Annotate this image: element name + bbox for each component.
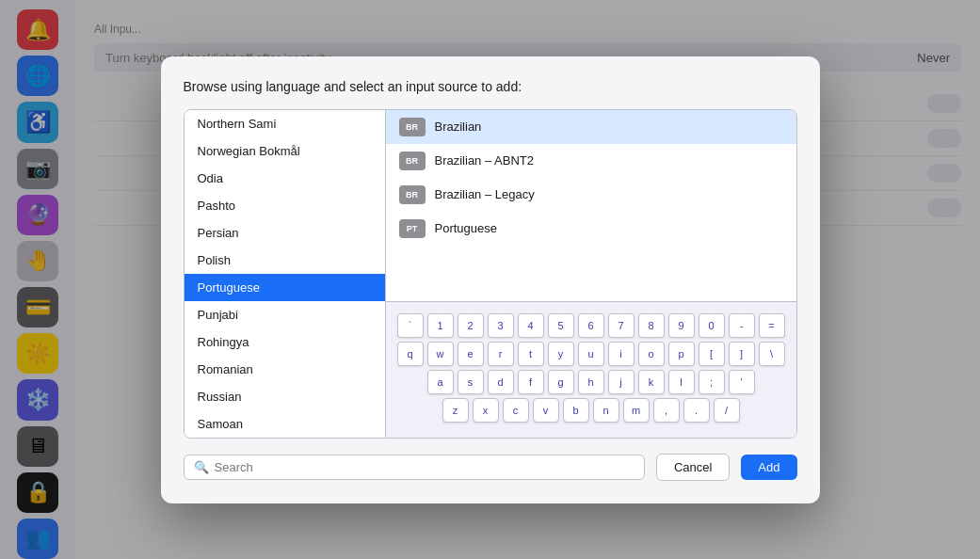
key-8[interactable]: 8 — [638, 313, 665, 338]
key-sym[interactable]: ; — [699, 370, 725, 394]
key-9[interactable]: 9 — [668, 313, 695, 338]
key-1[interactable]: 1 — [427, 313, 454, 338]
key-sym[interactable]: , — [653, 398, 680, 423]
source-label-brazilian-legacy: Brazilian – Legacy — [435, 187, 535, 201]
key-5[interactable]: 5 — [548, 313, 574, 338]
key-sym[interactable]: / — [714, 398, 740, 423]
keyboard-preview: `1234567890-=qwertyuiop[]\asdfghjkl;'zxc… — [386, 301, 796, 438]
key-0[interactable]: 0 — [699, 313, 725, 338]
language-item-northern-sami[interactable]: Northern Sami — [185, 110, 385, 137]
language-item-pashto[interactable]: Pashto — [185, 192, 385, 219]
key-q[interactable]: q — [397, 342, 424, 366]
key-f[interactable]: f — [518, 370, 544, 394]
key-a[interactable]: a — [427, 370, 454, 394]
key-r[interactable]: r — [488, 342, 514, 366]
key-k[interactable]: k — [638, 370, 665, 394]
key-c[interactable]: c — [503, 398, 529, 423]
keyboard-row: `1234567890-= — [397, 313, 785, 338]
language-item-samoan[interactable]: Samoan — [185, 410, 385, 438]
modal-overlay: Browse using language and select an inpu… — [0, 0, 980, 559]
source-badge-brazilian: BR — [399, 118, 426, 136]
language-item-odia[interactable]: Odia — [185, 165, 385, 192]
key-4[interactable]: 4 — [518, 313, 544, 338]
search-input[interactable] — [215, 460, 635, 474]
key-u[interactable]: u — [578, 342, 604, 366]
input-sources-list[interactable]: BRBrazilianBRBrazilian – ABNT2BRBrazilia… — [386, 110, 796, 301]
key-z[interactable]: z — [442, 398, 469, 423]
source-label-brazilian: Brazilian — [435, 120, 482, 134]
key-b[interactable]: b — [563, 398, 589, 423]
search-box[interactable]: 🔍 — [184, 455, 645, 480]
key-i[interactable]: i — [608, 342, 635, 366]
modal-footer: 🔍 Cancel Add — [184, 454, 797, 481]
source-item-brazilian-abnt2[interactable]: BRBrazilian – ABNT2 — [386, 144, 796, 178]
source-label-portuguese: Portuguese — [435, 221, 498, 235]
key-m[interactable]: m — [623, 398, 650, 423]
keyboard-row: zxcvbnm,./ — [397, 398, 785, 423]
language-list[interactable]: Northern SamiNorwegian BokmålOdiaPashtoP… — [185, 110, 386, 438]
key-3[interactable]: 3 — [488, 313, 514, 338]
key-n[interactable]: n — [593, 398, 619, 423]
language-item-norwegian-bokmal[interactable]: Norwegian Bokmål — [185, 137, 385, 165]
key-sym[interactable]: - — [729, 313, 755, 338]
key-6[interactable]: 6 — [578, 313, 604, 338]
search-icon: 🔍 — [194, 460, 209, 474]
key-sym[interactable]: ` — [397, 313, 424, 338]
language-item-persian[interactable]: Persian — [185, 219, 385, 247]
key-sym[interactable]: ] — [729, 342, 755, 366]
language-item-polish[interactable]: Polish — [185, 247, 385, 274]
key-j[interactable]: j — [608, 370, 635, 394]
language-item-rohingya[interactable]: Rohingya — [185, 328, 385, 356]
add-button[interactable]: Add — [741, 455, 796, 480]
modal-title: Browse using language and select an inpu… — [184, 79, 797, 94]
key-7[interactable]: 7 — [608, 313, 635, 338]
cancel-button[interactable]: Cancel — [656, 454, 730, 481]
key-sym[interactable]: [ — [699, 342, 725, 366]
language-item-punjabi[interactable]: Punjabi — [185, 301, 385, 328]
key-sym[interactable]: ' — [729, 370, 755, 394]
keyboard-row: qwertyuiop[]\ — [397, 342, 785, 366]
key-sym[interactable]: \ — [759, 342, 785, 366]
source-badge-brazilian-legacy: BR — [399, 185, 426, 204]
add-input-source-modal: Browse using language and select an inpu… — [161, 56, 820, 503]
key-w[interactable]: w — [427, 342, 454, 366]
key-d[interactable]: d — [488, 370, 514, 394]
key-sym[interactable]: = — [759, 313, 785, 338]
key-p[interactable]: p — [668, 342, 695, 366]
key-x[interactable]: x — [473, 398, 499, 423]
key-2[interactable]: 2 — [458, 313, 484, 338]
language-item-romanian[interactable]: Romanian — [185, 356, 385, 383]
right-panel: BRBrazilianBRBrazilian – ABNT2BRBrazilia… — [386, 110, 796, 438]
key-h[interactable]: h — [578, 370, 604, 394]
source-badge-portuguese: PT — [399, 219, 426, 238]
key-sym[interactable]: . — [683, 398, 710, 423]
source-item-portuguese[interactable]: PTPortuguese — [386, 212, 796, 246]
key-g[interactable]: g — [548, 370, 574, 394]
key-v[interactable]: v — [533, 398, 559, 423]
keyboard-row: asdfghjkl;' — [397, 370, 785, 394]
key-e[interactable]: e — [458, 342, 484, 366]
language-item-russian[interactable]: Russian — [185, 383, 385, 410]
key-t[interactable]: t — [518, 342, 544, 366]
key-o[interactable]: o — [638, 342, 665, 366]
key-s[interactable]: s — [458, 370, 484, 394]
key-l[interactable]: l — [668, 370, 695, 394]
source-badge-brazilian-abnt2: BR — [399, 152, 426, 170]
language-item-portuguese[interactable]: Portuguese — [185, 274, 385, 301]
source-item-brazilian-legacy[interactable]: BRBrazilian – Legacy — [386, 178, 796, 212]
key-y[interactable]: y — [548, 342, 574, 366]
source-item-brazilian[interactable]: BRBrazilian — [386, 110, 796, 144]
source-label-brazilian-abnt2: Brazilian – ABNT2 — [435, 153, 535, 168]
modal-body: Northern SamiNorwegian BokmålOdiaPashtoP… — [184, 109, 797, 439]
